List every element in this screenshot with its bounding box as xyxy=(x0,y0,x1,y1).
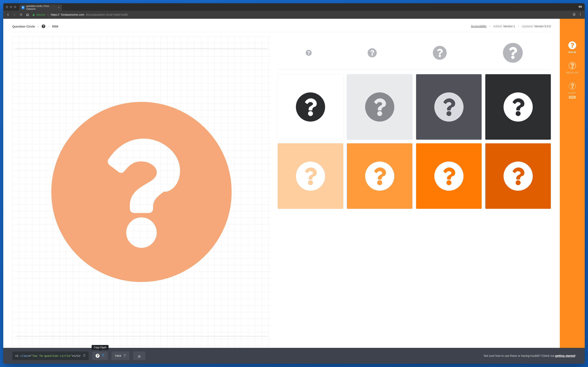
clipboard-icon xyxy=(83,354,86,358)
help-pre: Not sure how to use these or having trou… xyxy=(484,354,555,358)
copy-glyph-button[interactable]: Copy Glyph xyxy=(92,351,108,360)
separator-dot: • xyxy=(489,25,490,28)
pro-badge: PRO xyxy=(569,96,576,99)
style-light[interactable]: LIGHT PRO xyxy=(568,82,576,99)
footer-bar: <i class="fas fa-question-circle"></i> C… xyxy=(3,348,585,364)
maximize-window-button[interactable] xyxy=(14,6,16,8)
forward-button[interactable] xyxy=(13,13,16,17)
size-samples xyxy=(278,40,551,70)
code-attr: class xyxy=(20,354,29,358)
copy-unicode-button[interactable]: f059 xyxy=(112,351,129,360)
size-sample-lg xyxy=(503,43,523,64)
separator-dot: • xyxy=(48,25,49,28)
copy-glyph-tooltip: Copy Glyph xyxy=(92,345,109,350)
style-regular-label: REGULAR xyxy=(566,71,579,74)
browser-menu-button[interactable] xyxy=(579,13,582,17)
question-circle-icon xyxy=(95,354,100,358)
color-swatches xyxy=(278,74,551,209)
toolbar: Secure | https://fontawesome.com/icons/q… xyxy=(3,11,585,19)
svg-point-4 xyxy=(580,13,581,14)
download-button[interactable] xyxy=(133,351,145,360)
added-label: Added: xyxy=(493,25,502,28)
size-sample-md xyxy=(433,46,447,61)
size-sample-xs xyxy=(306,50,312,57)
swatch-dark-orange[interactable] xyxy=(485,143,551,209)
svg-point-6 xyxy=(580,15,581,16)
code-tag-close: ></i> xyxy=(72,354,80,358)
swatch-white[interactable] xyxy=(278,74,343,140)
titlebar: question-circle | Font Awesom × xyxy=(3,3,585,11)
size-sample-sm xyxy=(367,48,377,58)
swatch-dark[interactable] xyxy=(485,74,551,140)
updated-value: Version 5.0.0 xyxy=(534,25,551,28)
added-value: Version 1 xyxy=(503,25,515,28)
page-body: Question Circle • • f059 Accessibility •… xyxy=(3,19,585,348)
svg-point-2 xyxy=(580,6,582,8)
style-sidebar: SOLID REGULAR LIGHT PRO xyxy=(560,19,585,348)
meta-right: Accessibility • Added: Version 1 • Updat… xyxy=(471,25,551,28)
window-controls xyxy=(6,6,16,8)
swatch-lightgrey[interactable] xyxy=(347,74,412,140)
url-divider: | xyxy=(48,13,48,16)
clipboard-icon xyxy=(123,354,126,358)
content-row xyxy=(12,36,551,348)
lock-icon xyxy=(32,13,35,16)
accessibility-link[interactable]: Accessibility xyxy=(471,25,486,28)
secure-chip: Secure xyxy=(32,13,45,16)
style-solid[interactable]: SOLID xyxy=(568,41,576,53)
unicode-text: f059 xyxy=(115,354,121,358)
active-style-pointer xyxy=(558,46,560,50)
updated-label: Updated: xyxy=(522,25,534,28)
reload-button[interactable] xyxy=(19,13,23,17)
getting-started-link[interactable]: getting started xyxy=(555,354,575,358)
address-bar[interactable]: Secure | https://fontawesome.com/icons/q… xyxy=(32,12,570,17)
close-window-button[interactable] xyxy=(6,6,8,8)
style-regular[interactable]: REGULAR xyxy=(566,62,579,74)
incognito-icon xyxy=(578,5,582,9)
footer-help-text: Not sure how to use these or having trou… xyxy=(484,354,576,358)
icon-unicode: f059 xyxy=(52,25,58,28)
code-eq: = xyxy=(29,354,30,358)
icon-preview-grid xyxy=(12,36,271,348)
swatch-orange-strong[interactable] xyxy=(416,143,482,209)
flag-icon xyxy=(22,6,25,9)
swatch-orange[interactable] xyxy=(347,143,412,209)
code-tag-open: <i xyxy=(15,354,20,358)
url-path: /icons/question-circle?style=solid xyxy=(86,13,128,16)
bookmark-button[interactable] xyxy=(572,13,576,17)
question-circle-icon xyxy=(42,25,45,28)
back-button[interactable] xyxy=(6,13,10,17)
tab-title: question-circle | Font Awesom xyxy=(26,5,55,10)
svg-rect-3 xyxy=(579,6,582,7)
download-icon xyxy=(137,354,141,358)
svg-point-5 xyxy=(580,14,581,15)
url-host: fontawesome.com xyxy=(61,13,84,16)
browser-window: question-circle | Font Awesom × Secure |… xyxy=(3,3,585,364)
samples-column xyxy=(278,36,551,348)
code-string: "fas fa-question-circle" xyxy=(31,354,72,358)
close-tab-icon[interactable]: × xyxy=(58,6,60,9)
icon-name: Question Circle xyxy=(12,25,35,28)
browser-tab[interactable]: question-circle | Font Awesom × xyxy=(19,4,62,11)
minimize-window-button[interactable] xyxy=(10,6,12,8)
home-button[interactable] xyxy=(26,13,29,17)
style-light-label: LIGHT xyxy=(568,92,576,94)
separator-dot: • xyxy=(38,25,39,28)
large-preview-icon xyxy=(12,36,271,348)
secure-label: Secure xyxy=(36,13,45,16)
style-solid-label: SOLID xyxy=(568,51,576,53)
url-scheme: https:// xyxy=(51,13,60,16)
svg-point-1 xyxy=(579,6,580,8)
clipboard-icon xyxy=(102,354,104,358)
icon-meta-bar: Question Circle • • f059 Accessibility •… xyxy=(12,25,551,33)
main-column: Question Circle • • f059 Accessibility •… xyxy=(3,19,560,348)
help-post: ! xyxy=(575,354,576,358)
code-snippet-chip[interactable]: <i class="fas fa-question-circle"></i> xyxy=(12,351,89,360)
page: Question Circle • • f059 Accessibility •… xyxy=(3,19,585,364)
swatch-peach[interactable] xyxy=(278,143,343,209)
swatch-grey[interactable] xyxy=(416,74,482,140)
separator-dot: • xyxy=(518,25,519,28)
